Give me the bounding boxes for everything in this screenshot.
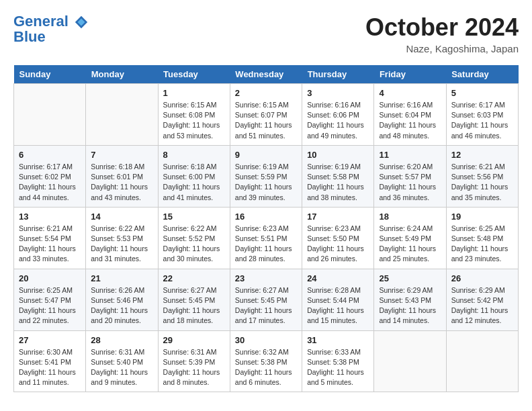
cell-info: Sunrise: 6:16 AMSunset: 6:04 PMDaylight:… bbox=[379, 100, 441, 141]
cell-info: Sunrise: 6:26 AMSunset: 5:46 PMDaylight:… bbox=[91, 285, 152, 326]
cell-info: Sunrise: 6:33 AMSunset: 5:38 PMDaylight:… bbox=[307, 347, 369, 388]
calendar-cell: 9Sunrise: 6:19 AMSunset: 5:59 PMDaylight… bbox=[230, 145, 302, 207]
day-number: 7 bbox=[91, 150, 152, 160]
cell-info: Sunrise: 6:18 AMSunset: 6:01 PMDaylight:… bbox=[91, 162, 152, 203]
calendar-cell: 4Sunrise: 6:16 AMSunset: 6:04 PMDaylight… bbox=[374, 84, 446, 146]
day-number: 9 bbox=[235, 150, 297, 160]
calendar-cell: 8Sunrise: 6:18 AMSunset: 6:00 PMDaylight… bbox=[158, 145, 230, 207]
cell-info: Sunrise: 6:28 AMSunset: 5:44 PMDaylight:… bbox=[307, 285, 369, 326]
weekday-header-saturday: Saturday bbox=[446, 65, 518, 84]
weekday-header-thursday: Thursday bbox=[302, 65, 374, 84]
cell-info: Sunrise: 6:29 AMSunset: 5:42 PMDaylight:… bbox=[451, 285, 513, 326]
calendar-cell: 29Sunrise: 6:31 AMSunset: 5:39 PMDayligh… bbox=[158, 330, 230, 392]
calendar-cell: 19Sunrise: 6:25 AMSunset: 5:48 PMDayligh… bbox=[446, 207, 518, 269]
weekday-header-tuesday: Tuesday bbox=[158, 65, 230, 84]
calendar-cell: 26Sunrise: 6:29 AMSunset: 5:42 PMDayligh… bbox=[446, 269, 518, 330]
day-number: 31 bbox=[307, 335, 369, 345]
calendar-cell: 1Sunrise: 6:15 AMSunset: 6:08 PMDaylight… bbox=[158, 84, 230, 146]
cell-info: Sunrise: 6:27 AMSunset: 5:45 PMDaylight:… bbox=[163, 285, 225, 326]
location-text: Naze, Kagoshima, Japan bbox=[365, 43, 519, 54]
calendar-week-4: 20Sunrise: 6:25 AMSunset: 5:47 PMDayligh… bbox=[14, 269, 519, 330]
day-number: 13 bbox=[19, 212, 81, 222]
calendar-cell: 22Sunrise: 6:27 AMSunset: 5:45 PMDayligh… bbox=[158, 269, 230, 330]
calendar-cell: 16Sunrise: 6:23 AMSunset: 5:51 PMDayligh… bbox=[230, 207, 302, 269]
logo-subtext: Blue bbox=[13, 30, 89, 44]
cell-info: Sunrise: 6:25 AMSunset: 5:48 PMDaylight:… bbox=[451, 224, 513, 265]
logo: General Blue bbox=[13, 13, 89, 44]
weekday-header-friday: Friday bbox=[374, 65, 446, 84]
calendar-body: 1Sunrise: 6:15 AMSunset: 6:08 PMDaylight… bbox=[14, 84, 519, 392]
cell-info: Sunrise: 6:32 AMSunset: 5:38 PMDaylight:… bbox=[235, 347, 297, 388]
day-number: 2 bbox=[235, 88, 297, 98]
cell-info: Sunrise: 6:20 AMSunset: 5:57 PMDaylight:… bbox=[379, 162, 441, 203]
day-number: 3 bbox=[307, 88, 369, 98]
day-number: 24 bbox=[307, 273, 369, 283]
cell-info: Sunrise: 6:25 AMSunset: 5:47 PMDaylight:… bbox=[19, 285, 81, 326]
day-number: 5 bbox=[451, 88, 513, 98]
cell-info: Sunrise: 6:27 AMSunset: 5:45 PMDaylight:… bbox=[235, 285, 297, 326]
logo-text: General bbox=[13, 13, 89, 30]
calendar-cell: 28Sunrise: 6:31 AMSunset: 5:40 PMDayligh… bbox=[86, 330, 158, 392]
calendar-cell: 14Sunrise: 6:22 AMSunset: 5:53 PMDayligh… bbox=[86, 207, 158, 269]
cell-info: Sunrise: 6:23 AMSunset: 5:51 PMDaylight:… bbox=[235, 224, 297, 265]
calendar-cell: 13Sunrise: 6:21 AMSunset: 5:54 PMDayligh… bbox=[14, 207, 86, 269]
day-number: 29 bbox=[163, 335, 225, 345]
calendar-cell: 24Sunrise: 6:28 AMSunset: 5:44 PMDayligh… bbox=[302, 269, 374, 330]
day-number: 11 bbox=[379, 150, 441, 160]
day-number: 4 bbox=[379, 88, 441, 98]
day-number: 21 bbox=[91, 273, 152, 283]
calendar-cell: 10Sunrise: 6:19 AMSunset: 5:58 PMDayligh… bbox=[302, 145, 374, 207]
cell-info: Sunrise: 6:17 AMSunset: 6:02 PMDaylight:… bbox=[19, 162, 81, 203]
calendar-cell: 30Sunrise: 6:32 AMSunset: 5:38 PMDayligh… bbox=[230, 330, 302, 392]
calendar-cell: 12Sunrise: 6:21 AMSunset: 5:56 PMDayligh… bbox=[446, 145, 518, 207]
calendar-cell: 5Sunrise: 6:17 AMSunset: 6:03 PMDaylight… bbox=[446, 84, 518, 146]
day-number: 28 bbox=[91, 335, 152, 345]
cell-info: Sunrise: 6:19 AMSunset: 5:59 PMDaylight:… bbox=[235, 162, 297, 203]
calendar-cell: 2Sunrise: 6:15 AMSunset: 6:07 PMDaylight… bbox=[230, 84, 302, 146]
cell-info: Sunrise: 6:16 AMSunset: 6:06 PMDaylight:… bbox=[307, 100, 369, 141]
day-number: 22 bbox=[163, 273, 225, 283]
day-number: 12 bbox=[451, 150, 513, 160]
calendar-cell: 6Sunrise: 6:17 AMSunset: 6:02 PMDaylight… bbox=[14, 145, 86, 207]
day-number: 17 bbox=[307, 212, 369, 222]
calendar-cell: 27Sunrise: 6:30 AMSunset: 5:41 PMDayligh… bbox=[14, 330, 86, 392]
calendar-cell: 21Sunrise: 6:26 AMSunset: 5:46 PMDayligh… bbox=[86, 269, 158, 330]
weekday-header-wednesday: Wednesday bbox=[230, 65, 302, 84]
calendar-cell bbox=[374, 330, 446, 392]
day-number: 19 bbox=[451, 212, 513, 222]
day-number: 30 bbox=[235, 335, 297, 345]
title-block: October 2024 Naze, Kagoshima, Japan bbox=[365, 13, 519, 54]
calendar-cell: 11Sunrise: 6:20 AMSunset: 5:57 PMDayligh… bbox=[374, 145, 446, 207]
cell-info: Sunrise: 6:31 AMSunset: 5:40 PMDaylight:… bbox=[91, 347, 152, 388]
calendar-cell: 17Sunrise: 6:23 AMSunset: 5:50 PMDayligh… bbox=[302, 207, 374, 269]
calendar-cell: 20Sunrise: 6:25 AMSunset: 5:47 PMDayligh… bbox=[14, 269, 86, 330]
day-number: 23 bbox=[235, 273, 297, 283]
day-number: 18 bbox=[379, 212, 441, 222]
cell-info: Sunrise: 6:15 AMSunset: 6:07 PMDaylight:… bbox=[235, 100, 297, 141]
day-number: 6 bbox=[19, 150, 81, 160]
cell-info: Sunrise: 6:24 AMSunset: 5:49 PMDaylight:… bbox=[379, 224, 441, 265]
cell-info: Sunrise: 6:21 AMSunset: 5:56 PMDaylight:… bbox=[451, 162, 513, 203]
cell-info: Sunrise: 6:15 AMSunset: 6:08 PMDaylight:… bbox=[163, 100, 225, 141]
day-number: 25 bbox=[379, 273, 441, 283]
day-number: 14 bbox=[91, 212, 152, 222]
calendar-cell: 15Sunrise: 6:22 AMSunset: 5:52 PMDayligh… bbox=[158, 207, 230, 269]
cell-info: Sunrise: 6:22 AMSunset: 5:52 PMDaylight:… bbox=[163, 224, 225, 265]
calendar-cell bbox=[86, 84, 158, 146]
cell-info: Sunrise: 6:31 AMSunset: 5:39 PMDaylight:… bbox=[163, 347, 225, 388]
day-number: 8 bbox=[163, 150, 225, 160]
cell-info: Sunrise: 6:22 AMSunset: 5:53 PMDaylight:… bbox=[91, 224, 152, 265]
cell-info: Sunrise: 6:18 AMSunset: 6:00 PMDaylight:… bbox=[163, 162, 225, 203]
calendar-cell: 18Sunrise: 6:24 AMSunset: 5:49 PMDayligh… bbox=[374, 207, 446, 269]
day-number: 10 bbox=[307, 150, 369, 160]
calendar-table: SundayMondayTuesdayWednesdayThursdayFrid… bbox=[13, 65, 519, 392]
calendar-week-3: 13Sunrise: 6:21 AMSunset: 5:54 PMDayligh… bbox=[14, 207, 519, 269]
day-number: 20 bbox=[19, 273, 81, 283]
day-number: 27 bbox=[19, 335, 81, 345]
calendar-cell bbox=[446, 330, 518, 392]
calendar-cell: 31Sunrise: 6:33 AMSunset: 5:38 PMDayligh… bbox=[302, 330, 374, 392]
calendar-week-2: 6Sunrise: 6:17 AMSunset: 6:02 PMDaylight… bbox=[14, 145, 519, 207]
calendar-cell bbox=[14, 84, 86, 146]
day-number: 16 bbox=[235, 212, 297, 222]
day-number: 1 bbox=[163, 88, 225, 98]
